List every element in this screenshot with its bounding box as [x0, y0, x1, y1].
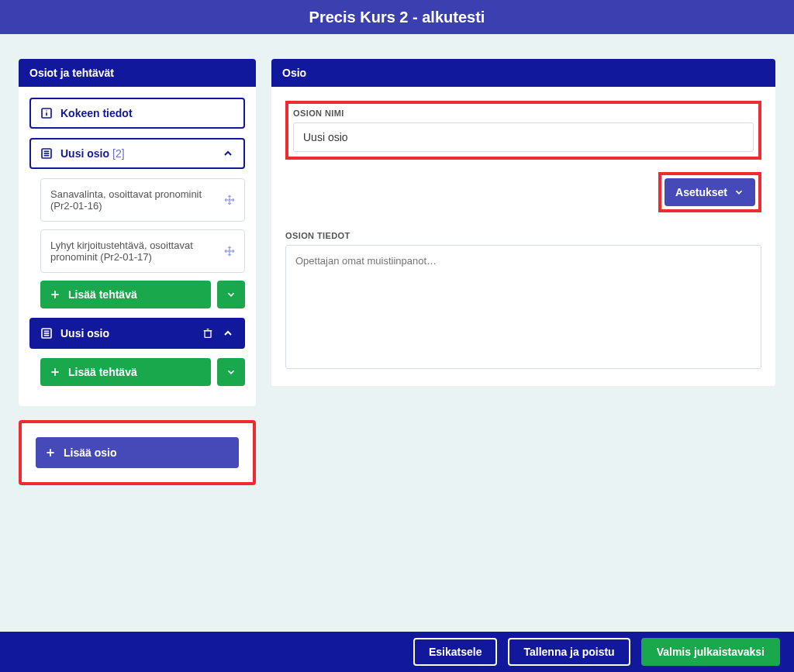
page-title: Precis Kurs 2 - alkutesti: [309, 9, 485, 26]
footer-bar: Esikatsele Tallenna ja poistu Valmis jul…: [0, 632, 794, 672]
section-label: Uusi osio: [60, 147, 109, 160]
section-name-highlight: OSION NIMI: [285, 101, 761, 160]
save-exit-button[interactable]: Tallenna ja poistu: [508, 638, 630, 666]
move-icon[interactable]: [224, 195, 235, 205]
settings-button[interactable]: Asetukset: [665, 178, 755, 206]
section-header-2[interactable]: Uusi osio: [29, 318, 245, 349]
trash-icon[interactable]: [202, 327, 214, 339]
plus-icon: [50, 367, 60, 377]
add-section-highlight: Lisää osio: [19, 420, 256, 485]
add-task-button-2[interactable]: Lisää tehtävä: [40, 358, 211, 386]
add-task-dropdown-2[interactable]: [217, 358, 245, 386]
add-task-dropdown-1[interactable]: [217, 281, 245, 308]
add-section-button[interactable]: Lisää osio: [36, 437, 239, 468]
task-label: Sanavalinta, osoittavat pronominit (Pr2-…: [50, 188, 224, 212]
section-count: [2]: [112, 147, 125, 160]
add-task-label: Lisää tehtävä: [68, 366, 137, 378]
preview-button[interactable]: Esikatsele: [413, 638, 498, 666]
page-header: Precis Kurs 2 - alkutesti: [0, 0, 794, 34]
plus-icon: [45, 447, 56, 458]
exam-info-label: Kokeen tiedot: [60, 107, 133, 119]
chevron-down-icon: [734, 187, 744, 198]
add-task-button-1[interactable]: Lisää tehtävä: [40, 281, 211, 308]
section-details-label: OSION TIEDOT: [285, 231, 761, 240]
section-name-input[interactable]: [293, 122, 754, 152]
settings-label: Asetukset: [675, 186, 727, 198]
task-card[interactable]: Lyhyt kirjoitustehtävä, osoittavat prono…: [40, 229, 245, 273]
sidebar-body: Kokeen tiedot Uusi osio [2] Sanavalinta,…: [19, 87, 256, 406]
sidebar-title: Osiot ja tehtävät: [19, 59, 256, 87]
content-title: Osio: [271, 59, 775, 87]
svg-point-2: [46, 110, 47, 111]
move-icon[interactable]: [224, 246, 235, 257]
add-task-label: Lisää tehtävä: [68, 288, 137, 301]
svg-rect-17: [205, 331, 211, 338]
settings-highlight: Asetukset: [658, 172, 761, 212]
publish-button[interactable]: Valmis julkaistavaksi: [641, 638, 780, 666]
list-icon: [40, 327, 53, 339]
sidebar: Osiot ja tehtävät Kokeen tiedot Uusi osi…: [19, 59, 256, 485]
chevron-down-icon: [226, 289, 236, 300]
add-section-label: Lisää osio: [64, 446, 116, 459]
section-details-textarea[interactable]: [285, 245, 761, 369]
plus-icon: [50, 289, 60, 300]
section-label: Uusi osio: [60, 327, 109, 339]
section-header-1[interactable]: Uusi osio [2]: [29, 138, 245, 169]
section-name-label: OSION NIMI: [293, 109, 754, 118]
task-label: Lyhyt kirjoitustehtävä, osoittavat prono…: [50, 240, 224, 263]
chevron-up-icon[interactable]: [222, 327, 234, 339]
exam-info-button[interactable]: Kokeen tiedot: [29, 98, 245, 129]
list-icon: [40, 147, 53, 160]
task-card[interactable]: Sanavalinta, osoittavat pronominit (Pr2-…: [40, 178, 245, 222]
content-panel: Osio OSION NIMI Asetukset OSION TIEDOT: [271, 59, 775, 485]
chevron-up-icon[interactable]: [222, 147, 234, 160]
chevron-down-icon: [226, 367, 236, 377]
info-icon: [40, 107, 53, 119]
